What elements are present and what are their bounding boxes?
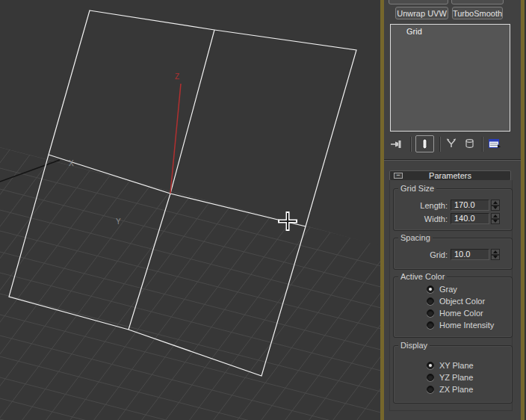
group-grid-size: Grid Size Length: 170.0 Width: 140.0 xyxy=(393,188,513,231)
spinner-down-button[interactable] xyxy=(491,206,500,211)
axis-z-label: Z xyxy=(175,72,179,81)
partial-button[interactable] xyxy=(451,0,504,4)
show-end-result-icon xyxy=(418,138,431,150)
radio-button[interactable] xyxy=(427,362,434,369)
length-spinner[interactable] xyxy=(491,200,500,211)
grid-spacing-label: Grid: xyxy=(394,250,451,259)
collapse-rollout-button[interactable]: − xyxy=(394,173,403,179)
group-display: Display XY PlaneYZ PlaneZX Plane xyxy=(393,345,513,404)
radio-zx-plane[interactable]: ZX Plane xyxy=(427,385,512,394)
radio-label: Home Intensity xyxy=(439,321,494,330)
width-label: Width: xyxy=(394,214,451,223)
toolbar-divider xyxy=(439,137,440,152)
spinner-up-button[interactable] xyxy=(491,249,500,255)
3dsmax-window: XYZ Unwrap UVW TurboSmooth Grid xyxy=(0,0,526,420)
radio-label: Object Color xyxy=(439,297,485,306)
remove-modifier-icon[interactable] xyxy=(463,138,477,151)
radio-button[interactable] xyxy=(427,321,434,329)
width-spinner[interactable] xyxy=(491,213,500,224)
group-spacing-label: Spacing xyxy=(398,233,433,242)
group-spacing: Spacing Grid: 10.0 xyxy=(393,238,513,270)
radio-label: ZX Plane xyxy=(439,385,473,394)
axis-x-label: X xyxy=(69,159,74,167)
spinner-up-button[interactable] xyxy=(491,200,500,206)
stack-item-grid[interactable]: Grid xyxy=(391,25,510,36)
toolbar-divider xyxy=(410,137,411,152)
radio-button[interactable] xyxy=(427,297,434,305)
modifier-stack-list[interactable]: Grid xyxy=(390,24,510,132)
radio-button[interactable] xyxy=(427,309,434,317)
radio-button[interactable] xyxy=(427,386,434,393)
radio-home-intensity[interactable]: Home Intensity xyxy=(427,321,512,330)
viewport[interactable]: XYZ xyxy=(0,0,380,420)
radio-label: Gray xyxy=(439,285,457,294)
partial-button[interactable] xyxy=(389,0,448,4)
radio-gray[interactable]: Gray xyxy=(427,285,512,294)
spinner-up-button[interactable] xyxy=(491,213,500,219)
panel-separator xyxy=(384,159,521,160)
radio-button[interactable] xyxy=(427,285,434,293)
radio-object-color[interactable]: Object Color xyxy=(427,297,512,306)
width-row: Width: 140.0 xyxy=(394,213,512,224)
grid-spacing-spinner[interactable] xyxy=(491,249,500,260)
group-active-color: Active Color GrayObject ColorHome ColorH… xyxy=(393,277,513,338)
pin-stack-icon[interactable] xyxy=(390,138,403,152)
viewport-scene: XYZ xyxy=(0,0,380,420)
stack-toolbar xyxy=(389,135,520,154)
radio-xy-plane[interactable]: XY Plane xyxy=(427,361,512,370)
make-unique-icon[interactable] xyxy=(445,138,459,151)
display-options: XY PlaneYZ PlaneZX Plane xyxy=(394,346,512,397)
axis-y-label: Y xyxy=(116,217,121,226)
length-label: Length: xyxy=(394,201,451,210)
show-end-result-button[interactable] xyxy=(415,135,434,152)
width-input[interactable]: 140.0 xyxy=(451,213,489,224)
radio-label: XY Plane xyxy=(439,361,474,370)
rollout-title: Parameters xyxy=(429,171,471,180)
toolbar-divider xyxy=(482,137,483,152)
length-input[interactable]: 170.0 xyxy=(451,200,489,211)
active-color-options: GrayObject ColorHome ColorHome Intensity xyxy=(394,277,512,333)
grid-spacing-input[interactable]: 10.0 xyxy=(451,249,489,260)
grid-spacing-row: Grid: 10.0 xyxy=(394,249,512,260)
group-grid-size-label: Grid Size xyxy=(398,184,436,193)
spinner-down-button[interactable] xyxy=(491,219,500,225)
configure-modifier-sets-icon[interactable] xyxy=(488,138,501,151)
unwrap-uvw-button[interactable]: Unwrap UVW xyxy=(395,7,448,19)
radio-label: YZ Plane xyxy=(439,373,473,382)
radio-label: Home Color xyxy=(439,309,483,318)
radio-button[interactable] xyxy=(427,374,434,381)
radio-home-color[interactable]: Home Color xyxy=(427,309,512,318)
spinner-down-button[interactable] xyxy=(491,255,500,261)
length-row: Length: 170.0 xyxy=(394,200,512,211)
radio-yz-plane[interactable]: YZ Plane xyxy=(427,373,512,382)
command-panel: Unwrap UVW TurboSmooth Grid xyxy=(384,0,521,420)
parameters-rollout-header[interactable]: − Parameters xyxy=(389,170,511,181)
turbosmooth-button[interactable]: TurboSmooth xyxy=(452,7,503,19)
